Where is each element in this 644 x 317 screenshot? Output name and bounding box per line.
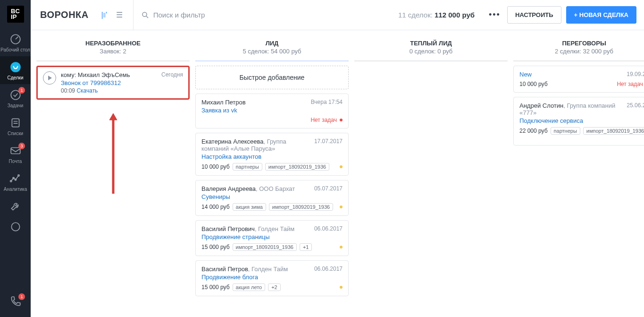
deals-icon [9, 61, 22, 73]
column-negotiation: ПЕРЕГОВОРЫ 2 сделки: 32 000 руб New19.09… [513, 37, 644, 310]
svg-rect-4 [11, 148, 20, 154]
deal-card[interactable]: Василий Петрович, Голден Тайм06.06.2017П… [195, 220, 349, 256]
search-input[interactable]: Поиск и фильтр [134, 11, 398, 19]
call-card[interactable]: кому: Михаил ЭфъСемь Сегодня Звонок от 7… [36, 66, 190, 100]
new-deal-button[interactable]: + НОВАЯ СДЕЛКА [566, 6, 636, 24]
gauge-icon [9, 33, 22, 45]
nav-mail[interactable]: 3 Почта [0, 140, 31, 168]
view-list-icon[interactable]: ☰ [113, 9, 125, 21]
annotation-arrow [109, 113, 118, 196]
badge: 1 [18, 87, 25, 94]
more-icon[interactable]: ••• [482, 10, 507, 20]
topbar: ВОРОНКА |||' ☰ Поиск и фильтр 11 сделок:… [31, 0, 644, 30]
play-icon[interactable] [43, 71, 56, 85]
pipeline: НЕРАЗОБРАННОЕ Заявок: 2 кому: Михаил Эфъ… [31, 30, 644, 317]
deal-card[interactable]: Валерия Андреева, ООО Бархат05.07.2017Су… [195, 180, 349, 216]
column-unsorted: НЕРАЗОБРАННОЕ Заявок: 2 кому: Михаил Эфъ… [36, 37, 190, 310]
nav-deals[interactable]: Сделки [0, 56, 31, 84]
sidebar: BCIP Рабочий стол Сделки 1 Задачи Списки… [0, 0, 31, 317]
column-lead: ЛИД 5 сделок: 54 000 руб Быстрое добавле… [195, 37, 349, 310]
analytics-icon [9, 172, 22, 185]
column-header: ЛИД 5 сделок: 54 000 руб [195, 37, 349, 61]
column-header: ПЕРЕГОВОРЫ 2 сделки: 32 000 руб [513, 37, 644, 61]
quick-add-card[interactable]: Быстрое добавление [195, 66, 349, 89]
nav-settings[interactable] [0, 196, 31, 216]
deal-card[interactable]: New19.09.2010 000 рубНет задач [513, 66, 644, 93]
nav-lists[interactable]: Списки [0, 112, 31, 140]
svg-rect-3 [12, 119, 19, 127]
badge: 3 [18, 143, 25, 149]
deal-card[interactable]: Михаил ПетровВчера 17:54Заявка из vkНет … [195, 94, 349, 129]
column-header: ТЕПЛЫЙ ЛИД 0 сделок: 0 руб [354, 37, 508, 61]
deal-card[interactable]: Василий Петров, Голден Тайм06.06.2017Про… [195, 260, 349, 296]
badge: 1 [18, 293, 25, 300]
nav-phone[interactable]: 1 [0, 291, 31, 311]
page-title: ВОРОНКА [31, 9, 98, 20]
column-warm-lead: ТЕПЛЫЙ ЛИД 0 сделок: 0 руб [354, 37, 508, 310]
deal-card[interactable]: Екатерина Алексеева, Группа компаний «Ал… [195, 133, 349, 176]
settings-button[interactable]: НАСТРОИТЬ [507, 6, 561, 24]
view-pipeline-icon[interactable]: |||' [98, 9, 110, 21]
nav-tasks[interactable]: 1 Задачи [0, 84, 31, 112]
download-link[interactable]: Скачать [76, 87, 98, 94]
list-icon [9, 117, 22, 129]
column-header: НЕРАЗОБРАННОЕ Заявок: 2 [36, 37, 190, 61]
nav-dashboard[interactable]: Рабочий стол [0, 28, 31, 56]
svg-point-10 [142, 12, 147, 17]
deals-summary: 11 сделок: 112 000 руб [398, 11, 482, 19]
nav-analytics[interactable]: Аналитика [0, 168, 31, 196]
deal-card[interactable]: Андрей Слотин, Группа компаний «777»25.0… [513, 97, 644, 146]
search-icon [141, 11, 150, 19]
chat-icon [9, 221, 22, 233]
logo: BCIP [7, 6, 24, 23]
nav-chat[interactable] [0, 216, 31, 237]
wrench-icon [9, 200, 22, 213]
svg-point-1 [10, 62, 21, 72]
